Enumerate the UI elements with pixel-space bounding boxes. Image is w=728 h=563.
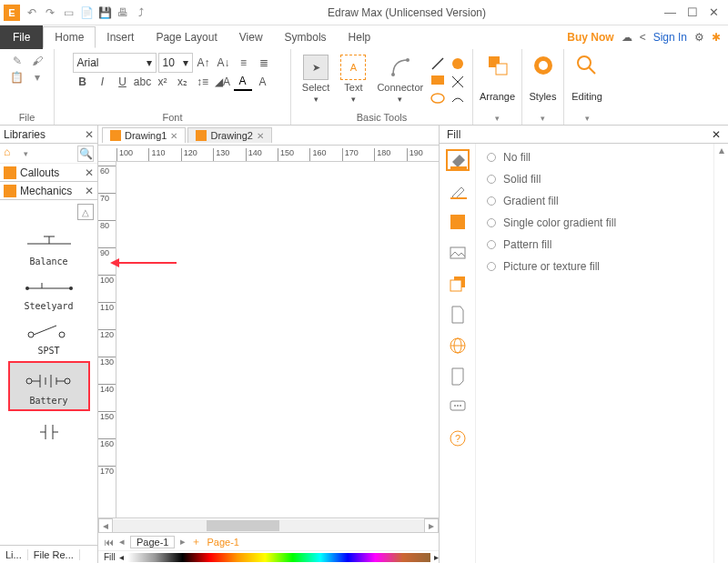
save-icon[interactable]: 💾 [96, 5, 113, 21]
close-icon[interactable]: ✕ [170, 131, 177, 141]
page-prev-icon[interactable]: ◂ [119, 536, 125, 548]
collapse-up-icon[interactable]: △ [77, 204, 94, 220]
comment-icon[interactable] [446, 397, 470, 418]
highlight-icon[interactable]: ◢A [214, 73, 232, 91]
tab-help[interactable]: Help [338, 27, 382, 47]
font-color-icon[interactable]: A [234, 73, 252, 91]
page-next-icon[interactable]: ▸ [180, 536, 186, 548]
maximize-button[interactable]: ☐ [687, 5, 698, 19]
new-icon[interactable]: ▭ [60, 5, 76, 21]
share-icon[interactable]: < [640, 31, 646, 44]
curve-shape-icon[interactable] [450, 93, 465, 107]
styles-icon[interactable] [531, 53, 556, 78]
font-size-select[interactable]: 10▾ [158, 53, 193, 73]
increase-font-icon[interactable]: A↑ [195, 54, 213, 72]
fill-option-gradient[interactable]: Gradient fill [487, 195, 703, 207]
color-swatches[interactable] [127, 553, 430, 562]
fill-option-pattern[interactable]: Pattern fill [487, 238, 703, 251]
font-family-select[interactable]: Arial▾ [73, 53, 157, 73]
close-button[interactable]: ✕ [709, 5, 719, 19]
tab-home[interactable]: Home [43, 26, 96, 48]
circle-shape-icon[interactable] [450, 56, 465, 71]
pen-icon[interactable] [446, 180, 470, 202]
bullets-icon[interactable]: ≣ [255, 54, 273, 72]
category-close-icon[interactable]: ✕ [85, 166, 94, 179]
page-first-icon[interactable]: ⏮ [104, 537, 114, 548]
fill-option-single-gradient[interactable]: Single color gradient fill [487, 216, 703, 229]
tab-file-re[interactable]: File Re... [28, 549, 80, 560]
page-icon[interactable] [446, 304, 470, 326]
help-icon[interactable]: ? [446, 427, 470, 449]
paste-icon[interactable]: 📋 [9, 69, 25, 85]
select-tool[interactable]: ➤ Select▾ [298, 53, 334, 106]
picture-icon[interactable] [446, 242, 470, 264]
scroll-left-icon[interactable]: ◂ [98, 518, 113, 533]
layers-icon[interactable] [446, 273, 470, 295]
close-icon[interactable]: ✕ [257, 131, 264, 141]
background-color-icon[interactable]: A [254, 73, 272, 91]
save-cloud-icon[interactable]: ☁ [622, 31, 632, 44]
scroll-thumb[interactable] [207, 520, 279, 531]
library-home-icon[interactable]: ⌂ [4, 146, 20, 162]
add-page-icon[interactable]: ＋ [191, 535, 201, 548]
decrease-font-icon[interactable]: A↓ [215, 54, 233, 72]
tab-view[interactable]: View [228, 27, 274, 47]
connector-tool[interactable]: Connector▾ [373, 53, 427, 106]
note-icon[interactable] [446, 366, 470, 387]
sign-in-link[interactable]: Sign In [653, 31, 687, 44]
doc-tab-drawing1[interactable]: Drawing1✕ [102, 127, 186, 143]
fill-option-picture[interactable]: Picture or texture fill [487, 260, 703, 273]
arrange-dropdown-icon[interactable]: ▾ [495, 114, 500, 123]
editing-icon[interactable] [574, 53, 600, 78]
align-left-icon[interactable]: ≡ [235, 54, 253, 72]
horizontal-scrollbar[interactable]: ◂ ▸ [98, 518, 439, 532]
doc-tab-drawing2[interactable]: Drawing2✕ [187, 127, 271, 143]
scroll-up-icon[interactable]: ▴ [714, 144, 728, 156]
undo-icon[interactable]: ↶ [24, 5, 40, 21]
line-shape-icon[interactable] [430, 56, 445, 71]
export-icon[interactable]: ⤴ [133, 5, 149, 21]
shape-steelyard[interactable]: Steelyard [8, 272, 90, 311]
redo-icon[interactable]: ↷ [42, 5, 58, 21]
clipboard-dropdown-icon[interactable]: ▾ [29, 69, 46, 85]
shape-battery[interactable]: Battery [8, 361, 90, 411]
styles-dropdown-icon[interactable]: ▾ [541, 114, 545, 123]
shape-balance[interactable]: Balance [8, 227, 90, 266]
print-icon[interactable]: 🖶 [115, 5, 131, 21]
tab-insert[interactable]: Insert [96, 27, 145, 47]
arrange-icon[interactable] [485, 53, 511, 78]
open-icon[interactable]: 📄 [78, 5, 95, 21]
colorstrip-prev-icon[interactable]: ◂ [119, 552, 124, 562]
wondershare-icon[interactable]: ✱ [712, 31, 721, 44]
gear-icon[interactable]: ⚙ [694, 31, 704, 44]
minimize-button[interactable]: — [664, 5, 676, 19]
fill-bucket-icon[interactable] [446, 149, 470, 171]
category-close-icon[interactable]: ✕ [85, 185, 94, 197]
scroll-right-icon[interactable]: ▸ [424, 518, 439, 533]
file-menu[interactable]: File [0, 25, 43, 49]
strike-button[interactable]: abc [134, 73, 152, 91]
subscript-button[interactable]: x₂ [174, 73, 192, 91]
tab-page-layout[interactable]: Page Layout [145, 27, 228, 47]
shape-spst[interactable]: SPST [8, 317, 90, 356]
drawing-canvas[interactable] [116, 162, 439, 518]
brush-icon[interactable]: ✎ [9, 53, 25, 69]
editing-dropdown-icon[interactable]: ▾ [585, 114, 590, 123]
tab-symbols[interactable]: Symbols [274, 27, 338, 47]
fill-panel-close-icon[interactable]: ✕ [712, 128, 721, 141]
bold-button[interactable]: B [74, 73, 92, 91]
line-spacing-icon[interactable]: ↕≡ [194, 73, 212, 91]
fill-vertical-scrollbar[interactable]: ▴ [713, 144, 728, 563]
rect-shape-icon[interactable] [430, 75, 445, 89]
page-tab-1[interactable]: Page-1 [130, 536, 175, 548]
library-category-callouts[interactable]: Callouts ✕ [0, 164, 97, 182]
italic-button[interactable]: I [94, 73, 112, 91]
library-category-mechanics[interactable]: Mechanics ✕ [0, 182, 97, 200]
libraries-close-icon[interactable]: ✕ [85, 128, 94, 141]
buy-now-link[interactable]: Buy Now [567, 31, 613, 44]
tab-li[interactable]: Li... [0, 549, 28, 560]
cross-shape-icon[interactable] [450, 75, 465, 89]
fill-option-none[interactable]: No fill [487, 151, 703, 164]
solid-color-icon[interactable] [446, 211, 470, 233]
globe-icon[interactable] [446, 335, 470, 357]
